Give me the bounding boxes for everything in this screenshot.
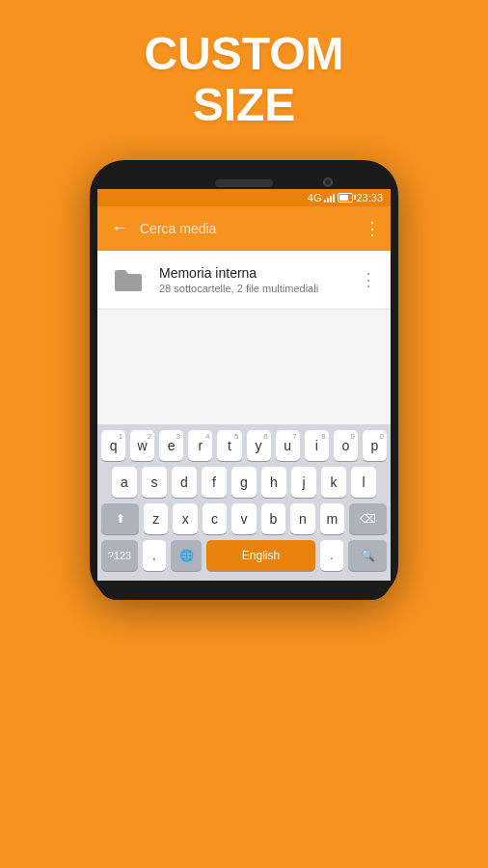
key-s[interactable]: s	[142, 467, 167, 498]
title-line1: CUSTOM SIZE	[19, 29, 469, 131]
phone-wrapper: 4G 23:33 ← Cerca media ⋮	[90, 160, 398, 600]
status-icons: 4G 23:33	[308, 192, 383, 203]
content-list: Memoria interna 28 sottocartelle, 2 file…	[97, 251, 391, 424]
phone-speaker	[215, 179, 273, 187]
key-space[interactable]: English	[206, 540, 315, 571]
key-u[interactable]: u7	[276, 430, 300, 461]
title-area: CUSTOM SIZE	[0, 0, 488, 150]
key-d[interactable]: d	[172, 467, 197, 498]
key-z[interactable]: z	[144, 503, 168, 534]
item-title: Memoria interna	[159, 265, 346, 281]
key-shift[interactable]: ⬆	[101, 503, 139, 534]
folder-icon-wrap	[111, 262, 146, 297]
key-m[interactable]: m	[320, 503, 344, 534]
status-bar: 4G 23:33	[97, 189, 391, 206]
phone-bottom	[97, 581, 391, 600]
item-text: Memoria interna 28 sottocartelle, 2 file…	[159, 265, 346, 294]
keyboard: q1 w2 e3 r4 t5 y6 u7 i8 o9 p0 a s d f	[97, 424, 391, 581]
key-x[interactable]: x	[173, 503, 197, 534]
key-p[interactable]: p0	[363, 430, 387, 461]
key-period[interactable]: .	[320, 540, 343, 571]
key-k[interactable]: k	[321, 467, 346, 498]
key-globe[interactable]: 🌐	[171, 540, 202, 571]
key-i[interactable]: i8	[305, 430, 329, 461]
key-row-3: ⬆ z x c v b n m ⌫	[101, 503, 387, 534]
key-c[interactable]: c	[203, 503, 227, 534]
key-n[interactable]: n	[290, 503, 314, 534]
item-more-icon[interactable]: ⋮	[360, 269, 377, 290]
more-button[interactable]: ⋮	[364, 218, 381, 239]
folder-icon	[113, 266, 144, 293]
key-row-2: a s d f g h j k l	[101, 467, 387, 498]
key-e[interactable]: e3	[159, 430, 183, 461]
phone-camera	[323, 177, 333, 187]
key-backspace[interactable]: ⌫	[349, 503, 387, 534]
key-row-1: q1 w2 e3 r4 t5 y6 u7 i8 o9 p0	[101, 430, 387, 461]
back-button[interactable]: ←	[107, 216, 132, 240]
key-w[interactable]: w2	[130, 430, 154, 461]
key-r[interactable]: r4	[188, 430, 212, 461]
key-l[interactable]: l	[351, 467, 376, 498]
key-g[interactable]: g	[231, 467, 257, 498]
key-y[interactable]: y6	[247, 430, 271, 461]
key-f[interactable]: f	[202, 467, 227, 498]
key-t[interactable]: t5	[217, 430, 241, 461]
phone-top-bar	[97, 176, 391, 189]
battery-fill	[339, 195, 347, 201]
key-a[interactable]: a	[112, 467, 137, 498]
item-subtitle: 28 sottocartelle, 2 file multimediali	[159, 283, 346, 294]
phone-screen: 4G 23:33 ← Cerca media ⋮	[97, 189, 391, 581]
search-field[interactable]: Cerca media	[140, 221, 356, 236]
app-bar: ← Cerca media ⋮	[97, 206, 391, 251]
key-row-bottom: ?123 , 🌐 English . 🔍	[101, 540, 387, 571]
key-comma[interactable]: ,	[143, 540, 166, 571]
network-type: 4G	[308, 192, 322, 203]
key-search[interactable]: 🔍	[348, 540, 387, 571]
key-o[interactable]: o9	[334, 430, 358, 461]
signal-icon	[324, 193, 335, 203]
battery-icon	[338, 193, 353, 203]
key-b[interactable]: b	[261, 503, 285, 534]
key-numbers[interactable]: ?123	[101, 540, 138, 571]
clock: 23:33	[356, 192, 383, 203]
key-q[interactable]: q1	[101, 430, 125, 461]
list-item[interactable]: Memoria interna 28 sottocartelle, 2 file…	[97, 251, 391, 310]
phone-frame: 4G 23:33 ← Cerca media ⋮	[90, 160, 398, 600]
key-v[interactable]: v	[231, 503, 256, 534]
key-j[interactable]: j	[291, 467, 316, 498]
key-h[interactable]: h	[261, 467, 286, 498]
